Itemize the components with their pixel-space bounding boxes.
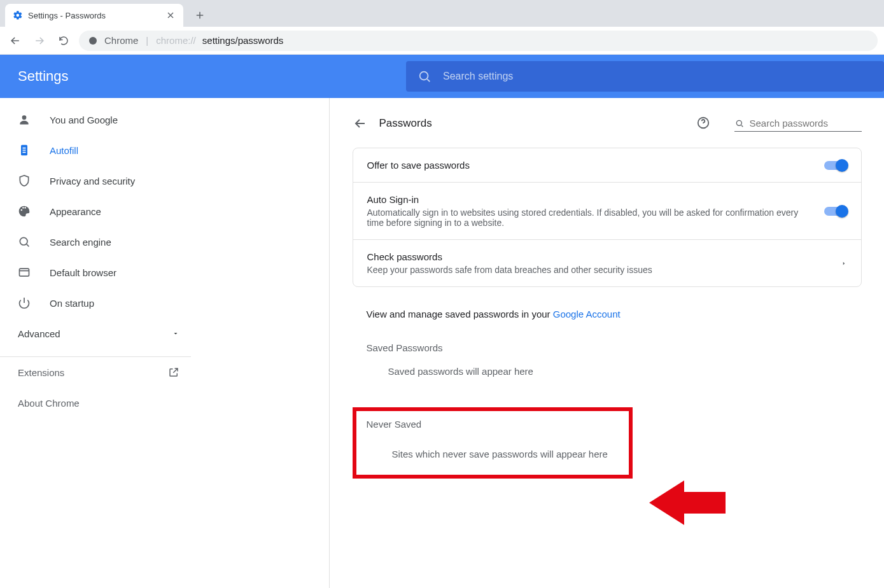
close-icon[interactable] <box>165 10 176 20</box>
row-google-account: View and manage saved passwords in your … <box>353 302 862 325</box>
sidebar-label: You and Google <box>50 115 118 125</box>
new-tab-button[interactable] <box>191 6 209 24</box>
sidebar-item-advanced[interactable]: Advanced <box>0 318 191 349</box>
sidebar-item-search-engine[interactable]: Search engine <box>0 227 329 257</box>
check-sub: Keep your passwords safe from data breac… <box>367 265 831 275</box>
person-icon <box>18 113 31 126</box>
svg-point-0 <box>89 37 97 45</box>
view-prefix: View and manage saved passwords in your <box>367 309 553 319</box>
search-icon <box>18 235 31 248</box>
never-saved-highlight: Never Saved Sites which never save passw… <box>353 407 633 479</box>
passwords-search-input[interactable] <box>750 118 871 129</box>
offer-label: Offer to save passwords <box>367 160 814 171</box>
reload-button[interactable] <box>55 32 73 50</box>
svg-marker-7 <box>649 480 726 525</box>
help-icon[interactable] <box>696 116 712 131</box>
omnibox-divider: | <box>144 35 150 46</box>
annotation-arrow <box>649 474 726 531</box>
tab-title: Settings - Passwords <box>28 11 160 20</box>
browser-toolbar: Chrome | chrome://settings/passwords <box>0 27 884 55</box>
search-icon <box>417 69 431 83</box>
sidebar-item-you-and-google[interactable]: You and Google <box>0 104 329 135</box>
svg-point-1 <box>420 72 428 80</box>
sidebar-item-autofill[interactable]: Autofill <box>0 135 329 165</box>
chevron-down-icon <box>172 330 179 337</box>
browser-icon <box>18 266 31 279</box>
autosignin-toggle[interactable] <box>824 207 847 216</box>
page-title: Settings <box>18 68 94 85</box>
section-title: Passwords <box>379 117 685 130</box>
sidebar-label: Autofill <box>50 145 78 156</box>
sidebar-label: Appearance <box>50 206 101 217</box>
back-button[interactable] <box>6 32 24 50</box>
row-auto-signin: Auto Sign-in Automatically sign in to we… <box>353 183 861 240</box>
sidebar-label: Default browser <box>50 267 116 278</box>
svg-point-2 <box>22 115 27 120</box>
page-head: Passwords <box>353 111 862 136</box>
sidebar-item-default-browser[interactable]: Default browser <box>0 257 329 288</box>
palette-icon <box>18 205 31 218</box>
settings-search-input[interactable] <box>443 71 873 82</box>
offer-toggle[interactable] <box>824 161 847 170</box>
saved-passwords-title: Saved Passwords <box>353 342 862 353</box>
saved-passwords-empty: Saved passwords will appear here <box>353 353 862 389</box>
forward-button[interactable] <box>31 32 48 50</box>
sidebar-item-privacy[interactable]: Privacy and security <box>0 165 329 196</box>
power-icon <box>18 297 31 309</box>
back-button[interactable] <box>353 116 368 131</box>
gear-icon <box>13 10 23 20</box>
tab-strip: Settings - Passwords <box>0 0 884 27</box>
settings-card: Offer to save passwords Auto Sign-in Aut… <box>353 148 862 287</box>
sidebar-item-on-startup[interactable]: On startup <box>0 288 329 318</box>
never-saved-title: Never Saved <box>367 419 619 430</box>
svg-rect-4 <box>20 269 29 276</box>
svg-point-6 <box>736 120 741 125</box>
external-icon <box>168 367 179 378</box>
passwords-search[interactable] <box>734 115 862 132</box>
extensions-label: Extensions <box>18 367 64 378</box>
row-check-passwords[interactable]: Check passwords Keep your passwords safe… <box>353 240 861 286</box>
settings-search[interactable] <box>406 61 884 92</box>
browser-tab[interactable]: Settings - Passwords <box>5 4 183 27</box>
address-bar[interactable]: Chrome | chrome://settings/passwords <box>79 31 878 51</box>
omnibox-scheme: chrome:// <box>156 35 196 46</box>
sidebar-item-about[interactable]: About Chrome <box>0 388 191 418</box>
search-icon <box>734 118 745 129</box>
sidebar-item-appearance[interactable]: Appearance <box>0 196 329 227</box>
never-saved-empty: Sites which never save passwords will ap… <box>367 449 619 459</box>
omnibox-path: settings/passwords <box>202 35 284 46</box>
sidebar-label: Privacy and security <box>50 176 135 186</box>
google-account-link[interactable]: Google Account <box>553 309 621 319</box>
row-offer-save: Offer to save passwords <box>353 148 861 183</box>
svg-point-3 <box>20 237 27 245</box>
omnibox-prefix: Chrome <box>104 35 138 46</box>
sidebar: You and Google Autofill Privacy and secu… <box>0 98 330 588</box>
autosignin-label: Auto Sign-in <box>367 194 814 205</box>
about-label: About Chrome <box>18 398 80 409</box>
sidebar-item-extensions[interactable]: Extensions <box>0 357 191 388</box>
chrome-icon <box>88 36 98 46</box>
clipboard-icon <box>18 144 31 157</box>
settings-header: Settings <box>0 55 884 98</box>
main-content: Passwords Offer to save passwords Auto S… <box>330 98 884 588</box>
check-label: Check passwords <box>367 251 831 262</box>
autosignin-sub: Automatically sign in to websites using … <box>367 207 814 228</box>
chevron-right-icon <box>841 260 847 267</box>
sidebar-label: On startup <box>50 298 94 309</box>
sidebar-label: Search engine <box>50 237 111 248</box>
advanced-label: Advanced <box>18 328 60 339</box>
shield-icon <box>18 174 31 187</box>
